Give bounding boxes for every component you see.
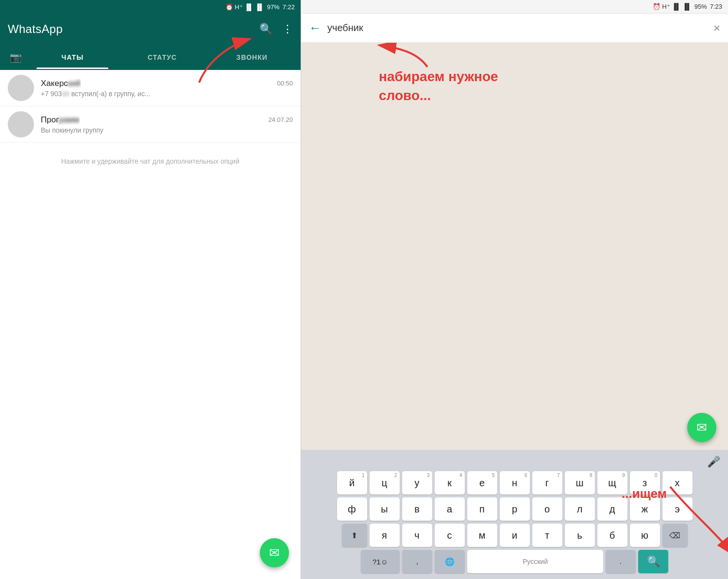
avatar-2 — [8, 111, 34, 137]
compose-icon: ✉ — [269, 545, 280, 561]
key-в[interactable]: в — [402, 497, 432, 521]
key-space[interactable]: Русский — [467, 550, 603, 573]
search-header: ← × — [301, 14, 728, 43]
app-title: WhatsApp — [8, 22, 63, 36]
header-icons-group: 🔍 ⋮ — [259, 23, 293, 35]
tab-chats[interactable]: ЧАТЫ — [28, 46, 118, 69]
chat-time-1: 00:50 — [277, 80, 293, 87]
chat-hint: Нажмите и удерживайте чат для дополнител… — [0, 148, 301, 175]
right-status-bar: ⏰ H⁺ ▐▌ ▐▌ 95% 7:23 — [301, 0, 728, 14]
search-input[interactable] — [327, 22, 713, 34]
chat-name-2: Программ — [41, 115, 80, 125]
back-button[interactable]: ← — [309, 20, 322, 35]
key-я[interactable]: я — [370, 524, 400, 547]
keyboard-row-3: ⬆ я ч с м и т ь б ю ⌫ — [303, 524, 726, 547]
search-icon[interactable]: 🔍 — [259, 23, 272, 35]
key-д[interactable]: д — [597, 497, 627, 521]
right-time: 7:23 — [710, 3, 722, 10]
chat-info-2: Программ 24.07.20 Вы покинули группу — [41, 115, 293, 134]
key-б[interactable]: б — [597, 524, 627, 547]
microphone-icon[interactable]: 🎤 — [707, 456, 720, 468]
right-panel: ⏰ H⁺ ▐▌ ▐▌ 95% 7:23 ← × набираем нужноес… — [301, 0, 728, 579]
key-а[interactable]: а — [435, 497, 465, 521]
search-results-area: набираем нужноеслово... ✉ — [301, 43, 728, 450]
key-щ[interactable]: 9щ — [597, 471, 627, 494]
key-ю[interactable]: ю — [630, 524, 660, 547]
compose-fab[interactable]: ✉ — [260, 538, 289, 567]
key-к[interactable]: 4к — [435, 471, 465, 494]
key-ш[interactable]: 8ш — [565, 471, 595, 494]
left-status-icons: ⏰ H⁺ ▐▌ ▐▌ — [225, 3, 264, 11]
left-battery: 97% — [267, 3, 280, 11]
camera-tab[interactable]: 📷 — [4, 51, 28, 63]
chat-list: Хакерский 00:50 +7 90344 вступил(-а) в г… — [0, 70, 301, 579]
right-status-icons: ⏰ H⁺ ▐▌ ▐▌ — [653, 3, 692, 10]
key-comma[interactable]: , — [402, 550, 432, 573]
key-с[interactable]: с — [435, 524, 465, 547]
key-ь[interactable]: ь — [565, 524, 595, 547]
keyboard-bottom-row: ?1☺ , 🌐 Русский . 🔍 — [303, 550, 726, 573]
close-search-button[interactable]: × — [713, 21, 720, 35]
key-г[interactable]: 7г — [532, 471, 562, 494]
tabs-bar: 📷 ЧАТЫ СТАТУС ЗВОНКИ — [0, 45, 301, 70]
key-shift[interactable]: ⬆ — [342, 524, 367, 547]
key-ы[interactable]: ы — [370, 497, 400, 521]
key-з[interactable]: 0з — [630, 471, 660, 494]
chat-time-2: 24.07.20 — [268, 116, 293, 123]
chat-item-1[interactable]: Хакерский 00:50 +7 90344 вступил(-а) в г… — [0, 70, 301, 106]
chat-name-1: Хакерский — [41, 79, 81, 88]
key-period[interactable]: . — [606, 550, 636, 573]
left-status-bar: ⏰ H⁺ ▐▌ ▐▌ 97% 7:22 — [0, 0, 301, 14]
key-й[interactable]: 1й — [337, 471, 367, 494]
annotation-type-word: набираем нужноеслово... — [379, 67, 498, 105]
left-time: 7:22 — [283, 3, 295, 11]
key-х[interactable]: х — [662, 471, 693, 494]
key-backspace[interactable]: ⌫ — [662, 524, 688, 547]
key-е[interactable]: 5е — [467, 471, 497, 494]
chat-name-row-1: Хакерский 00:50 — [41, 79, 293, 88]
chat-preview-2: Вы покинули группу — [41, 126, 293, 134]
right-arrow-1 — [301, 43, 728, 164]
key-т[interactable]: т — [532, 524, 562, 547]
menu-icon[interactable]: ⋮ — [282, 23, 293, 35]
chat-info-1: Хакерский 00:50 +7 90344 вступил(-а) в г… — [41, 79, 293, 98]
key-р[interactable]: р — [500, 497, 530, 521]
tab-calls[interactable]: ЗВОНКИ — [207, 46, 297, 69]
chat-item-2[interactable]: Программ 24.07.20 Вы покинули группу — [0, 106, 301, 143]
keyboard-area: 🎤 1й 2ц 3у 4к 5е 6н 7г 8ш 9щ 0з х ф ы в … — [301, 450, 728, 579]
tab-status[interactable]: СТАТУС — [118, 46, 207, 69]
key-о[interactable]: о — [532, 497, 562, 521]
key-э[interactable]: э — [662, 497, 693, 521]
right-battery: 95% — [694, 3, 707, 10]
key-ф[interactable]: ф — [337, 497, 367, 521]
key-м[interactable]: м — [467, 524, 497, 547]
keyboard-row-1: 1й 2ц 3у 4к 5е 6н 7г 8ш 9щ 0з х — [303, 471, 726, 494]
key-search[interactable]: 🔍 — [638, 550, 668, 573]
chat-fab[interactable]: ✉ — [687, 413, 716, 442]
key-у[interactable]: 3у — [402, 471, 432, 494]
key-ц[interactable]: 2ц — [370, 471, 400, 494]
whatsapp-header: WhatsApp 🔍 ⋮ — [0, 14, 301, 45]
keyboard-row-2: ф ы в а п р о л д ж э — [303, 497, 726, 521]
left-panel: ⏰ H⁺ ▐▌ ▐▌ 97% 7:22 WhatsApp 🔍 ⋮ 📷 ЧАТЫ … — [0, 0, 301, 579]
chat-fab-icon: ✉ — [696, 420, 707, 435]
key-punct[interactable]: ?1☺ — [361, 550, 400, 573]
key-ж[interactable]: ж — [630, 497, 660, 521]
avatar-1 — [8, 75, 34, 101]
key-globe[interactable]: 🌐 — [435, 550, 465, 573]
chat-preview-1: +7 90344 вступил(-а) в группу, ис... — [41, 90, 293, 98]
keyboard-mic-row: 🎤 — [303, 454, 726, 471]
key-ч[interactable]: ч — [402, 524, 432, 547]
key-п[interactable]: п — [467, 497, 497, 521]
key-н[interactable]: 6н — [500, 471, 530, 494]
chat-name-row-2: Программ 24.07.20 — [41, 115, 293, 125]
key-л[interactable]: л — [565, 497, 595, 521]
key-и[interactable]: и — [500, 524, 530, 547]
